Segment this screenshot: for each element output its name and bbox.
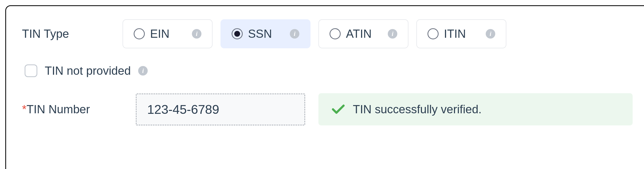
tin-not-provided-row: TIN not provided — [22, 64, 633, 77]
radio-circle-icon — [134, 28, 145, 39]
tin-type-radio-group: EIN SSN ATIN ITIN — [123, 19, 506, 48]
check-icon — [332, 104, 345, 115]
tin-type-row: TIN Type EIN SSN ATIN ITIN — [22, 19, 633, 48]
radio-circle-icon — [232, 28, 243, 39]
radio-label-atin: ATIN — [346, 27, 382, 40]
info-icon[interactable] — [486, 29, 495, 39]
tin-number-row: *TIN Number 123-45-6789 TIN successfully… — [22, 93, 633, 125]
tin-not-provided-label: TIN not provided — [45, 64, 131, 77]
info-icon[interactable] — [388, 29, 397, 39]
info-icon[interactable] — [138, 66, 148, 76]
info-icon[interactable] — [192, 29, 201, 39]
radio-label-ssn: SSN — [248, 27, 285, 40]
tin-not-provided-checkbox[interactable] — [25, 64, 37, 77]
verification-message: TIN successfully verified. — [353, 103, 482, 116]
tin-number-label-text: TIN Number — [26, 103, 90, 116]
radio-circle-icon — [330, 28, 341, 39]
required-asterisk: * — [22, 103, 26, 116]
radio-circle-icon — [427, 28, 439, 39]
radio-option-itin[interactable]: ITIN — [416, 19, 506, 48]
radio-option-ssn[interactable]: SSN — [220, 19, 310, 48]
tin-form-container: TIN Type EIN SSN ATIN ITIN — [5, 5, 644, 169]
radio-option-ein[interactable]: EIN — [123, 19, 213, 48]
tin-type-label: TIN Type — [22, 27, 123, 40]
tin-number-label: *TIN Number — [22, 103, 123, 116]
radio-option-atin[interactable]: ATIN — [318, 19, 408, 48]
tin-number-input[interactable]: 123-45-6789 — [136, 93, 305, 125]
info-icon[interactable] — [290, 29, 299, 39]
radio-label-ein: EIN — [150, 27, 187, 40]
radio-label-itin: ITIN — [444, 27, 480, 40]
verification-status-box: TIN successfully verified. — [318, 93, 633, 125]
